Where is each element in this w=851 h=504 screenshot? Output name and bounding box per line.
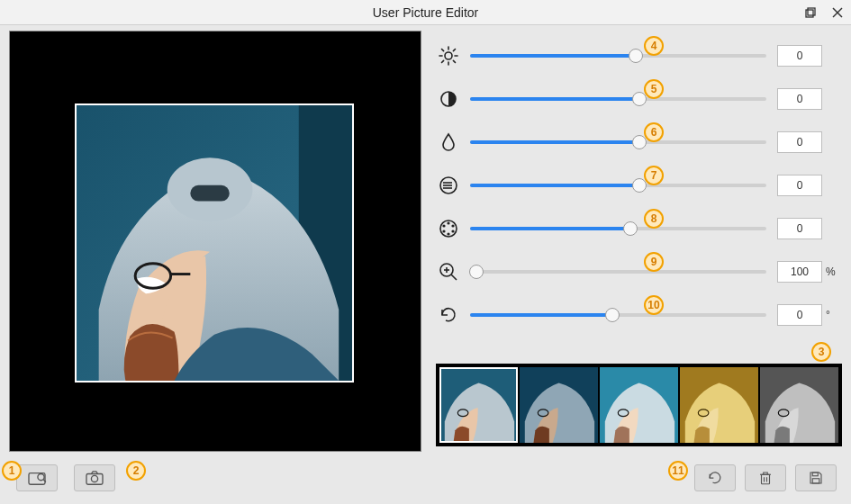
svg-point-33 — [447, 232, 449, 235]
rotation-slider[interactable] — [470, 306, 766, 324]
filter-grayscale[interactable] — [760, 367, 838, 443]
zoom-unit: % — [826, 266, 842, 278]
filter-original[interactable] — [439, 367, 518, 443]
contrast-icon — [436, 86, 461, 112]
detail-row: 0 — [436, 164, 842, 207]
svg-point-11 — [38, 474, 44, 481]
delete-button[interactable] — [745, 464, 786, 491]
svg-line-21 — [453, 60, 455, 62]
color-slider[interactable] — [470, 220, 766, 238]
right-toolbar — [694, 464, 837, 491]
detail-value[interactable]: 0 — [777, 175, 822, 196]
saturation-value[interactable]: 0 — [777, 131, 822, 153]
svg-rect-50 — [762, 474, 770, 484]
zoom-row: 100 % — [436, 250, 842, 293]
titlebar: User Picture Editor — [0, 0, 851, 25]
svg-rect-0 — [806, 10, 813, 17]
svg-point-14 — [91, 475, 97, 482]
brightness-slider[interactable] — [470, 47, 766, 65]
droplet-icon — [436, 130, 461, 155]
restore-icon[interactable] — [801, 3, 820, 22]
detail-slider[interactable] — [470, 176, 766, 194]
preview-canvas[interactable] — [9, 31, 421, 452]
adjustments-panel: 0 0 0 0 — [436, 34, 842, 337]
color-wheel-icon — [436, 216, 461, 241]
contrast-value[interactable]: 0 — [777, 88, 822, 110]
detail-icon — [436, 173, 461, 198]
svg-rect-1 — [808, 8, 815, 15]
color-row: 0 — [436, 207, 842, 250]
svg-point-30 — [447, 221, 449, 224]
brightness-row: 0 — [436, 34, 842, 77]
annotation-11: 11 — [668, 461, 688, 481]
close-icon[interactable] — [828, 3, 847, 22]
rotation-value[interactable]: 0 — [777, 304, 822, 326]
filter-cyan[interactable] — [600, 367, 678, 443]
annotation-2: 2 — [126, 461, 146, 481]
color-value[interactable]: 0 — [777, 218, 822, 239]
svg-rect-7 — [190, 185, 229, 202]
svg-line-37 — [451, 274, 457, 280]
svg-point-31 — [451, 224, 454, 227]
window-controls — [801, 3, 847, 22]
svg-point-15 — [445, 52, 452, 59]
browse-image-button[interactable] — [16, 464, 58, 491]
rotation-row: 0 ° — [436, 293, 842, 337]
saturation-slider[interactable] — [470, 133, 766, 151]
filter-cool[interactable] — [520, 367, 598, 443]
brightness-icon — [436, 43, 461, 68]
annotation-3: 3 — [811, 342, 831, 362]
window-body: 0 0 0 0 — [0, 25, 851, 504]
window: User Picture Editor — [0, 0, 851, 504]
contrast-row: 0 — [436, 77, 842, 121]
camera-button[interactable] — [74, 464, 115, 491]
svg-line-20 — [442, 50, 444, 51]
preview-image — [75, 104, 354, 382]
window-title: User Picture Editor — [373, 5, 478, 20]
save-button[interactable] — [795, 464, 837, 491]
left-toolbar — [16, 464, 115, 491]
svg-point-35 — [442, 224, 445, 227]
zoom-value[interactable]: 100 — [777, 261, 822, 283]
svg-rect-55 — [812, 479, 819, 483]
rotate-icon — [436, 302, 461, 328]
contrast-slider[interactable] — [470, 90, 766, 108]
svg-point-32 — [451, 230, 454, 232]
zoom-icon — [436, 259, 461, 284]
filter-strip — [436, 364, 842, 446]
filter-sepia[interactable] — [680, 367, 758, 443]
svg-line-22 — [442, 60, 444, 62]
svg-point-34 — [442, 230, 445, 232]
brightness-value[interactable]: 0 — [777, 45, 822, 67]
svg-rect-54 — [812, 472, 818, 476]
saturation-row: 0 — [436, 121, 842, 164]
zoom-slider[interactable] — [470, 263, 766, 281]
svg-line-23 — [453, 50, 455, 51]
rotation-unit: ° — [826, 309, 842, 321]
undo-button[interactable] — [694, 464, 736, 491]
